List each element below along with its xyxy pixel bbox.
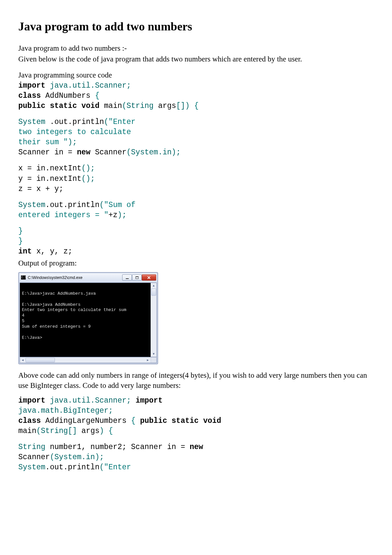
scanner-decl: Scanner in = <box>18 148 77 157</box>
scroll-left-arrow-icon[interactable]: ◄ <box>20 357 25 363</box>
keyword-int: int <box>18 247 32 256</box>
page-title: Java program to add two numbers <box>18 20 374 33</box>
scanner-ctor: Scanner <box>18 453 50 461</box>
brace: } <box>18 237 23 246</box>
vertical-scrollbar[interactable]: ▲ ▼ <box>151 283 156 357</box>
import-package: java.math.BigInteger; <box>18 407 113 415</box>
system-in: System.in <box>54 453 95 461</box>
paren: ( <box>99 463 104 472</box>
int-vars: x, y, z; <box>32 247 72 256</box>
intro-line-2: Given below is the code of java program … <box>18 54 374 64</box>
window-buttons: ✕ <box>122 274 156 281</box>
intro-line-1: Java program to add two numbers :- <box>18 43 374 53</box>
z-assign: z = x + y; <box>18 185 63 193</box>
keyword-void: void <box>77 102 99 110</box>
array-brackets: [] <box>68 427 77 435</box>
scroll-track[interactable] <box>25 357 145 363</box>
main-name: main <box>99 102 122 110</box>
cmd-icon: C:\ <box>21 275 26 280</box>
out-println: .out.println <box>45 118 104 126</box>
system: System <box>18 201 45 209</box>
keyword-public: public <box>136 417 167 425</box>
code-block-1e: } } int x, y, z; <box>18 226 374 257</box>
resize-grip-icon[interactable] <box>151 357 156 363</box>
args: args <box>77 427 99 435</box>
keyword-public: public <box>18 102 45 110</box>
call: (); <box>81 175 95 183</box>
keyword-static: static <box>167 417 199 425</box>
paren: ( <box>50 453 55 461</box>
brace: { <box>190 102 199 110</box>
scanner-ctor: Scanner <box>90 148 126 157</box>
paren: ( <box>99 201 104 209</box>
paren-close: ) <box>99 427 104 435</box>
scroll-up-arrow-icon[interactable]: ▲ <box>151 283 156 288</box>
type-string: String <box>41 427 68 435</box>
brace: } <box>18 227 23 235</box>
import-package: java.util.Scanner; <box>45 81 131 90</box>
scroll-thumb[interactable] <box>25 358 55 362</box>
string-literal: "Enter <box>104 463 131 472</box>
code-block-2b: String number1, number2; Scanner in = ne… <box>18 442 374 473</box>
type-string: String <box>126 102 154 110</box>
keyword-class: class <box>18 92 41 100</box>
brace: { <box>104 427 113 435</box>
keyword-import: import <box>18 81 45 90</box>
paren: ( <box>122 102 126 110</box>
horizontal-scrollbar[interactable]: ◄ ► <box>20 357 157 363</box>
paren-close: ); <box>68 138 77 147</box>
keyword-class: class <box>18 417 41 425</box>
paragraph-biginteger: Above code can add only numbers in range… <box>18 370 374 390</box>
args: args <box>154 102 176 110</box>
code-block-1c: x = in.nextInt(); y = in.nextInt(); z = … <box>18 164 374 194</box>
scroll-thumb[interactable] <box>151 288 156 296</box>
main-name: main <box>18 427 36 435</box>
import-package: java.util.Scanner; <box>45 396 131 405</box>
code-block-1b: System .out.println("Enter two integers … <box>18 117 374 158</box>
keyword-void: void <box>199 417 221 425</box>
cmd-body: E:\Java>javac AddNumbers.java E:\Java>ja… <box>20 283 157 357</box>
keyword-new: new <box>77 148 90 157</box>
type-string: String <box>18 443 45 451</box>
paren-close: []) <box>176 102 189 110</box>
plus-z: +z <box>108 211 118 219</box>
keyword-import: import <box>18 396 45 405</box>
keyword-new: new <box>190 443 203 451</box>
scroll-track[interactable] <box>151 288 156 351</box>
call: (); <box>81 164 95 173</box>
out-println: .out.println <box>45 463 100 472</box>
brace: { <box>131 417 136 425</box>
cmd-output-text: E:\Java>javac AddNumbers.java E:\Java>ja… <box>22 286 155 341</box>
code-block-1: import java.util.Scanner; class AddNumbe… <box>18 81 374 111</box>
paren-close: ); <box>118 211 127 219</box>
scroll-right-arrow-icon[interactable]: ► <box>145 357 151 363</box>
scroll-down-arrow-icon[interactable]: ▼ <box>151 351 156 357</box>
class-name: AddingLargeNumbers <box>41 417 131 425</box>
paren-close: ); <box>172 148 181 157</box>
keyword-import: import <box>131 396 163 405</box>
out-println: .out.println <box>45 201 100 209</box>
brace: { <box>95 92 100 100</box>
code-block-1d: System.out.println("Sum of entered integ… <box>18 200 374 220</box>
vars: number1, number2; Scanner in = <box>45 443 190 451</box>
code-block-2: import java.util.Scanner; import java.ma… <box>18 396 374 436</box>
keyword-static: static <box>45 102 77 110</box>
maximize-button[interactable] <box>132 274 142 281</box>
x-assign: x = in.nextInt <box>18 164 81 173</box>
output-label: Output of program: <box>18 258 374 268</box>
source-code-label: Java programming source code <box>18 70 374 80</box>
class-name: AddNumbers <box>41 92 95 100</box>
cmd-titlebar: C:\ C:\Windows\system32\cmd.exe ✕ <box>20 273 157 282</box>
cmd-window: C:\ C:\Windows\system32\cmd.exe ✕ E:\Jav… <box>18 272 158 364</box>
paren: ( <box>126 148 131 157</box>
paren-close: ); <box>95 453 104 461</box>
minimize-button[interactable] <box>122 274 132 281</box>
paren: ( <box>104 118 108 126</box>
paren: ( <box>36 427 41 435</box>
y-assign: y = in.nextInt <box>18 175 81 183</box>
system: System <box>18 118 45 126</box>
close-button[interactable]: ✕ <box>142 274 156 281</box>
system-in: System.in <box>131 148 172 157</box>
cmd-title: C:\Windows\system32\cmd.exe <box>28 275 82 280</box>
system: System <box>18 463 45 472</box>
